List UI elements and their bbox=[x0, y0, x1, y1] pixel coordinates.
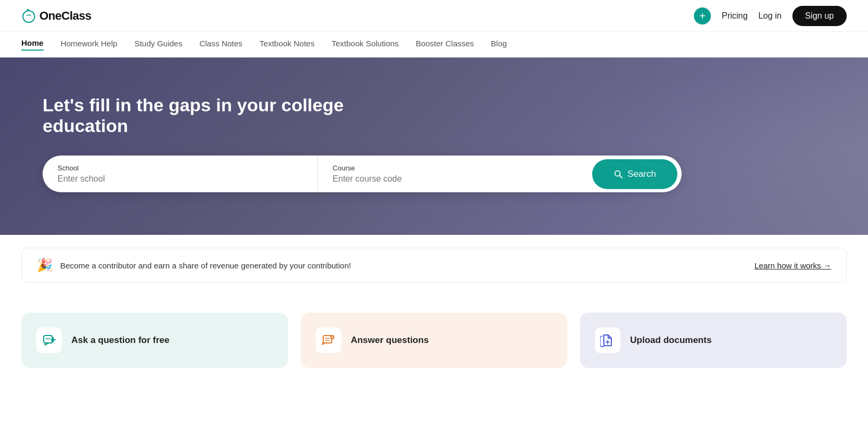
answer-questions-label: Answer questions bbox=[351, 335, 429, 346]
svg-line-4 bbox=[619, 175, 622, 178]
answer-questions-icon bbox=[321, 333, 336, 348]
search-button[interactable]: Search bbox=[592, 159, 677, 189]
nav-item-class-notes[interactable]: Class Notes bbox=[199, 39, 242, 50]
nav-item-textbook-notes[interactable]: Textbook Notes bbox=[259, 39, 314, 50]
nav-item-home[interactable]: Home bbox=[21, 38, 44, 51]
feature-cards: Ask a question for free Answer questions bbox=[0, 296, 868, 389]
learn-how-link[interactable]: Learn how it works → bbox=[755, 261, 831, 270]
feature-card-ask-question[interactable]: Ask a question for free bbox=[21, 313, 288, 368]
logo: OneClass bbox=[21, 9, 92, 23]
contributor-emoji: 🎉 bbox=[37, 258, 53, 273]
svg-point-0 bbox=[23, 11, 35, 22]
pricing-link[interactable]: Pricing bbox=[722, 11, 748, 21]
nav-item-blog[interactable]: Blog bbox=[491, 39, 507, 50]
main-nav: Home Homework Help Study Guides Class No… bbox=[0, 32, 868, 58]
svg-rect-5 bbox=[44, 336, 52, 343]
logo-icon bbox=[21, 9, 36, 23]
course-label: Course bbox=[333, 164, 578, 172]
school-label: School bbox=[58, 164, 302, 172]
ask-question-label: Ask a question for free bbox=[71, 335, 169, 346]
course-input[interactable] bbox=[333, 174, 578, 184]
nav-item-study-guides[interactable]: Study Guides bbox=[134, 39, 182, 50]
svg-point-3 bbox=[615, 170, 620, 176]
feature-card-answer-questions[interactable]: Answer questions bbox=[301, 313, 568, 368]
upload-documents-icon bbox=[600, 333, 615, 348]
contributor-left: 🎉 Become a contributor and earn a share … bbox=[37, 258, 351, 273]
header-right: + Pricing Log in Sign up bbox=[694, 6, 847, 26]
school-input[interactable] bbox=[58, 174, 302, 184]
nav-item-homework-help[interactable]: Homework Help bbox=[61, 39, 118, 50]
upload-documents-icon-container bbox=[595, 328, 620, 353]
signup-button[interactable]: Sign up bbox=[792, 6, 847, 26]
school-search-section: School bbox=[43, 156, 318, 192]
ask-question-icon bbox=[42, 333, 56, 348]
search-bar: School Course Search bbox=[43, 156, 682, 192]
course-search-section: Course bbox=[318, 156, 593, 192]
ask-question-icon-container bbox=[36, 328, 62, 353]
answer-questions-icon-container bbox=[316, 328, 341, 353]
plus-button[interactable]: + bbox=[694, 7, 711, 24]
logo-text: OneClass bbox=[39, 9, 92, 23]
upload-documents-label: Upload documents bbox=[630, 335, 711, 346]
header: OneClass + Pricing Log in Sign up bbox=[0, 0, 868, 32]
search-icon bbox=[613, 169, 623, 179]
login-link[interactable]: Log in bbox=[758, 11, 782, 21]
contributor-text: Become a contributor and earn a share of… bbox=[60, 261, 351, 270]
nav-item-textbook-solutions[interactable]: Textbook Solutions bbox=[332, 39, 399, 50]
feature-card-upload-documents[interactable]: Upload documents bbox=[580, 313, 847, 368]
contributor-banner: 🎉 Become a contributor and earn a share … bbox=[21, 248, 847, 283]
nav-item-booster-classes[interactable]: Booster Classes bbox=[416, 39, 474, 50]
hero-title: Let's fill in the gaps in your college e… bbox=[43, 95, 415, 136]
svg-point-2 bbox=[27, 9, 29, 11]
hero-section: Let's fill in the gaps in your college e… bbox=[0, 58, 868, 235]
